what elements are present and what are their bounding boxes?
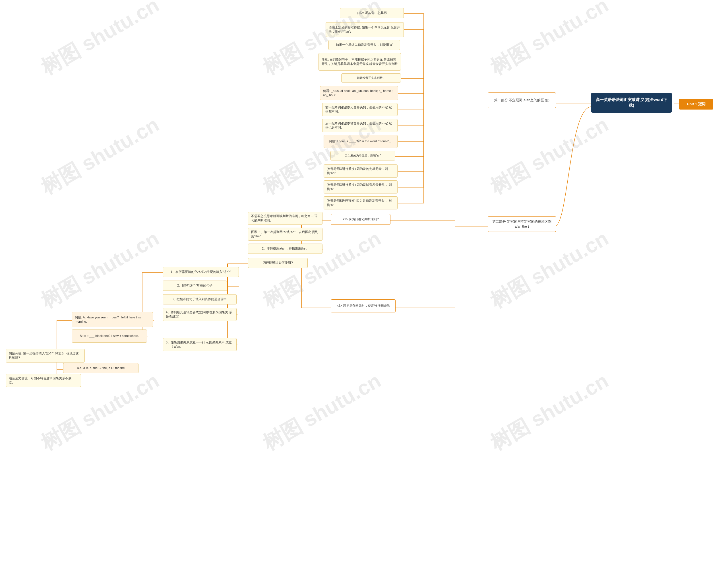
p1n13-node: (M部分用S进行替换) 因为是辅音发音开头， 则填"a" (324, 196, 397, 209)
q2a2-node: 2、翻译"这个"所在的句子 (163, 281, 227, 291)
p1n6-label: 例题: _a usual book; an _unusual book; a_ … (323, 89, 395, 98)
watermark-12: 树图 shutu.cn (485, 367, 613, 457)
q1-label: <1> 何为口语化判断准则? (342, 217, 379, 221)
p1n12-node: (M部分用O进行替换) 因为是辅音发音开头， 则填"a" (324, 181, 397, 193)
q2a0-node: 强行翻译法如何使用? (248, 258, 308, 268)
ex1-label: 例题: A: Have you seen __pen? I left it he… (75, 315, 150, 324)
p1n9-node: 例题: There is ____"M" in the word "mouse"… (324, 135, 397, 148)
q1a2-node: 回顾: 1、第一次提到用"a"或"an"，以后再次 提到用"the" (248, 228, 322, 241)
p1n4-label: 注意: 在判断过程中，不能根据单词之前是元 音或辅音开头，关键是看单词本身是元音… (322, 57, 398, 66)
bn1-label: 例题分析: 第一步强行填入"这个", 译文为: 你见过这只笔吗? (9, 351, 81, 360)
q2a4-label: 4、并判断其逻辑是否成立(可以理解为因果关 系是否成立) (166, 310, 234, 319)
p1n6-node: 例题: _a usual book; an _unusual book; a_ … (320, 86, 398, 100)
unit-node: Unit 1 冠词 (679, 99, 713, 110)
q2a3-node: 3、把翻译的句子带入到具体的适当语中. (163, 294, 237, 304)
q2a5-label: 5、如果因果关系成立——) the;因果关系不 成立——) a/an。 (166, 340, 234, 349)
watermark-4: 树图 shutu.cn (36, 111, 164, 201)
q2a3-label: 3、把翻译的句子带入到具体的适当语中. (172, 297, 227, 301)
q1a2-label: 回顾: 1、第一次提到用"a"或"an"，以后再次 提到用"the" (251, 230, 319, 239)
p1n5-node: 辅音发音开头来判断。 (341, 73, 401, 83)
p1n8-label: 后一组单词都是以辅音开头的，但使用的不定 冠词也是不同。 (325, 121, 394, 130)
ex2-label: B: Is it ___ black one? I saw it somewhe… (80, 334, 139, 338)
watermark-11: 树图 shutu.cn (258, 367, 386, 457)
ex1-node: 例题: A: Have you seen __pen? I left it he… (72, 312, 153, 327)
p1n13-label: (M部分用S进行替换) 因为是辅音发音开头， 则填"a" (327, 198, 394, 207)
section-1-node: 第一部分 不定冠词(a/an之间的区 别) (488, 92, 556, 108)
unit-label: Unit 1 冠词 (687, 101, 706, 107)
bn3-label: 结合全文语境，可知不符合逻辑因果关系不成 立。 (9, 376, 78, 385)
p1n1-label: 口诀: 听其音、忘其形 (357, 11, 387, 15)
root-node: 高一英语语法词汇突破讲 义(超全word下载) (591, 93, 672, 113)
p1n4-node: 注意: 在判断过程中，不能根据单词之前是元 音或辅音开头，关键是看单词本身是元音… (318, 53, 401, 71)
watermark-6: 树图 shutu.cn (485, 111, 613, 201)
q2a0-label: 强行翻译法如何使用? (263, 261, 293, 265)
q1a1-node: 不需要怎么思考就可以判断的准则，称之为口 语化的判断准则。 (248, 212, 322, 225)
q2a5-node: 5、如果因果关系成立——) the;因果关系不 成立——) a/an。 (163, 338, 237, 351)
p1n7-label: 前一组单词都是以元音开头的，但使用的不定 冠词都不同。 (325, 105, 394, 114)
p1n7-node: 前一组单词都是以元音开头的，但使用的不定 冠词都不同。 (322, 103, 397, 116)
q2-node: <2> 遇见复杂问题时，使用强行翻译法 (331, 299, 395, 312)
section-2-node: 第二部分 定冠词与不定冠词的辨析区别a/an the ) (488, 216, 556, 232)
p1n5-label: 辅音发音开头来判断。 (357, 76, 385, 80)
q2a2-label: 2、翻译"这个"所在的句子 (177, 283, 213, 288)
q1a3-label: 2、非特指用a/an，特指则用the。 (262, 246, 309, 251)
p1n8-node: 后一组单词都是以辅音开头的，但使用的不定 冠词也是不同。 (322, 119, 397, 132)
watermark-9: 树图 shutu.cn (485, 225, 613, 314)
p1n2-node: 语法上定义的标准答案: 如果一个单词以元音 发音开头，则使用"an"; (325, 22, 404, 37)
p1n2-label: 语法上定义的标准答案: 如果一个单词以元音 发音开头，则使用"an"; (329, 25, 401, 34)
p1n9-label: 例题: There is ____"M" in the word "mouse"… (329, 139, 392, 143)
watermark-3: 树图 shutu.cn (485, 0, 613, 81)
bn1-node: 例题分析: 第一步强行填入"这个", 译文为: 你见过这只笔吗? (6, 349, 85, 362)
p1n10-node: 因为发的为单元音，则填"an" (331, 151, 395, 161)
bn2-node: A.a ,a B. a, the C. the, a D. the,the (63, 363, 139, 373)
bn2-label: A.a ,a B. a, the C. the, a D. the,the (77, 366, 125, 370)
q1a3-node: 2、非特指用a/an，特指则用the。 (248, 243, 322, 254)
p1n1-node: 口诀: 听其音、忘其形 (340, 8, 404, 18)
p1n3-node: 如果一个单词以辅音发音开头，则使用"a" (329, 40, 400, 50)
p1n10-label: 因为发的为单元音，则填"an" (345, 154, 381, 158)
q2a4-node: 4、并判断其逻辑是否成立(可以理解为因果关 系是否成立) (163, 308, 237, 321)
p1n12-label: (M部分用O进行替换) 因为是辅音发音开头， 则填"a" (327, 183, 394, 191)
q2-label: <2> 遇见复杂问题时，使用强行翻译法 (336, 304, 390, 308)
q1-node: <1> 何为口语化判断准则? (331, 214, 390, 225)
q1a1-label: 不需要怎么思考就可以判断的准则，称之为口 语化的判断准则。 (251, 214, 319, 223)
bn3-node: 结合全文语境，可知不符合逻辑因果关系不成 立。 (6, 374, 81, 387)
root-label: 高一英语语法词汇突破讲 义(超全word下载) (596, 97, 668, 108)
p1n3-label: 如果一个单词以辅音发音开头，则使用"a" (336, 43, 393, 47)
ex2-node: B: Is it ___ black one? I saw it somewhe… (72, 329, 147, 343)
canvas: 树图 shutu.cn 树图 shutu.cn 树图 shutu.cn 树图 s… (0, 0, 728, 587)
p1n11-label: (M部分用O进行替换) 因为发的为单元音，则 填"an" (327, 167, 394, 175)
p1n11-node: (M部分用O进行替换) 因为发的为单元音，则 填"an" (324, 164, 397, 178)
watermark-1: 树图 shutu.cn (36, 0, 164, 81)
q2a1-label: 1、在所需要填的空格框内生硬的填入"这个" (171, 270, 231, 274)
section-1-label: 第一部分 不定冠词(a/an之间的区 别) (494, 98, 550, 103)
q2a1-node: 1、在所需要填的空格框内生硬的填入"这个" (163, 267, 239, 277)
watermark-7: 树图 shutu.cn (36, 225, 164, 314)
section-2-label: 第二部分 定冠词与不定冠词的辨析区别a/an the ) (491, 219, 553, 229)
